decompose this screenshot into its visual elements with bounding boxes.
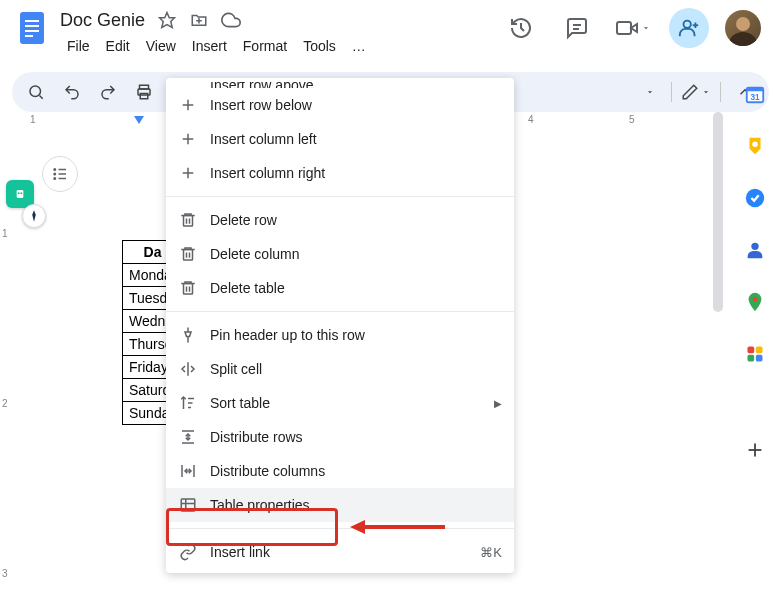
trash-icon	[178, 278, 198, 298]
plus-icon	[178, 95, 198, 115]
ctx-item-label: Insert column right	[210, 165, 502, 181]
search-button[interactable]	[20, 76, 52, 108]
share-button[interactable]	[669, 8, 709, 48]
meet-button[interactable]	[613, 8, 653, 48]
keep-icon[interactable]	[741, 132, 769, 160]
svg-rect-29	[17, 190, 24, 198]
svg-point-38	[753, 297, 758, 302]
cloud-status-icon[interactable]	[221, 10, 241, 30]
svg-point-27	[54, 178, 56, 180]
svg-rect-33	[747, 88, 764, 92]
svg-point-25	[54, 173, 56, 175]
svg-text:31: 31	[750, 93, 760, 102]
shortcut-label: ⌘K	[480, 545, 502, 560]
svg-rect-57	[184, 284, 193, 295]
maps-icon[interactable]	[741, 288, 769, 316]
style-dropdown[interactable]	[637, 76, 663, 108]
app-header: Doc Genie File Edit View Insert Format T…	[0, 0, 781, 64]
vertical-scrollbar[interactable]	[713, 112, 723, 592]
svg-point-35	[752, 141, 758, 147]
menu-tools[interactable]: Tools	[296, 34, 343, 58]
ctx-item-label: Split cell	[210, 361, 502, 377]
move-icon[interactable]	[189, 10, 209, 30]
svg-rect-40	[756, 347, 763, 354]
redo-button[interactable]	[92, 76, 124, 108]
menu-file[interactable]: File	[60, 34, 97, 58]
ctx-insert-column-right[interactable]: Insert column right	[166, 156, 514, 190]
print-button[interactable]	[128, 76, 160, 108]
ctx-item-label: Table properties	[210, 497, 502, 513]
plus-icon	[178, 82, 198, 88]
tasks-icon[interactable]	[741, 184, 769, 212]
ctx-item-label: Distribute columns	[210, 463, 502, 479]
dist-rows-icon	[178, 427, 198, 447]
svg-point-37	[751, 243, 758, 250]
doc-title[interactable]: Doc Genie	[60, 10, 145, 31]
menu-more[interactable]: …	[345, 34, 373, 58]
plus-icon	[178, 163, 198, 183]
trash-icon	[178, 210, 198, 230]
svg-rect-3	[25, 30, 39, 32]
svg-rect-8	[617, 22, 631, 34]
svg-point-14	[736, 17, 750, 31]
contacts-icon[interactable]	[741, 236, 769, 264]
star-icon[interactable]	[157, 10, 177, 30]
ctx-delete-column[interactable]: Delete column	[166, 237, 514, 271]
edit-mode-button[interactable]	[680, 76, 712, 108]
svg-point-31	[20, 192, 22, 194]
ctx-item-label: Distribute rows	[210, 429, 502, 445]
ctx-item-label: Delete row	[210, 212, 502, 228]
menu-separator	[166, 311, 514, 312]
sort-icon	[178, 393, 198, 413]
menubar: File Edit View Insert Format Tools …	[60, 34, 501, 58]
svg-marker-22	[704, 91, 708, 93]
svg-rect-1	[25, 20, 39, 22]
ctx-insert-row-below[interactable]: Insert row below	[166, 88, 514, 122]
ctx-sort-table[interactable]: Sort table ▶	[166, 386, 514, 420]
svg-point-30	[18, 192, 20, 194]
undo-button[interactable]	[56, 76, 88, 108]
menu-edit[interactable]: Edit	[99, 34, 137, 58]
svg-rect-41	[748, 355, 755, 362]
ctx-item-label: Pin header up to this row	[210, 327, 502, 343]
menu-view[interactable]: View	[139, 34, 183, 58]
ctx-item-label: Insert link	[210, 544, 480, 560]
docs-logo[interactable]	[12, 8, 52, 48]
indent-marker[interactable]	[134, 116, 144, 124]
ctx-table-properties[interactable]: Table properties	[166, 488, 514, 522]
context-menu: Insert row above Insert row below Insert…	[166, 78, 514, 573]
svg-rect-0	[20, 12, 44, 44]
user-avatar[interactable]	[725, 10, 761, 46]
svg-point-15	[729, 32, 757, 46]
svg-rect-54	[184, 250, 193, 261]
ctx-insert-column-left[interactable]: Insert column left	[166, 122, 514, 156]
svg-point-11	[684, 21, 691, 28]
pen-badge-icon[interactable]	[22, 204, 46, 228]
ctx-pin-header-up-to-this-row[interactable]: Pin header up to this row	[166, 318, 514, 352]
add-addon-icon[interactable]	[741, 436, 769, 464]
menu-separator	[166, 528, 514, 529]
ctx-distribute-columns[interactable]: Distribute columns	[166, 454, 514, 488]
outline-toggle[interactable]	[42, 156, 78, 192]
svg-rect-72	[181, 499, 195, 511]
ctx-insert-row-above[interactable]: Insert row above	[166, 82, 514, 88]
vertical-ruler[interactable]: 1 2 3	[0, 128, 14, 425]
ctx-insert-link[interactable]: Insert link ⌘K	[166, 535, 514, 569]
calendar-icon[interactable]: 31	[741, 80, 769, 108]
history-icon[interactable]	[501, 8, 541, 48]
ctx-distribute-rows[interactable]: Distribute rows	[166, 420, 514, 454]
svg-rect-4	[25, 35, 33, 37]
svg-rect-51	[184, 216, 193, 227]
dist-cols-icon	[178, 461, 198, 481]
ctx-split-cell[interactable]: Split cell	[166, 352, 514, 386]
comments-icon[interactable]	[557, 8, 597, 48]
ctx-delete-table[interactable]: Delete table	[166, 271, 514, 305]
menu-format[interactable]: Format	[236, 34, 294, 58]
trash-icon	[178, 244, 198, 264]
svg-line-17	[39, 95, 42, 98]
apps-icon[interactable]	[741, 340, 769, 368]
menu-insert[interactable]: Insert	[185, 34, 234, 58]
ctx-item-label: Sort table	[210, 395, 494, 411]
pin-icon	[178, 325, 198, 345]
ctx-delete-row[interactable]: Delete row	[166, 203, 514, 237]
